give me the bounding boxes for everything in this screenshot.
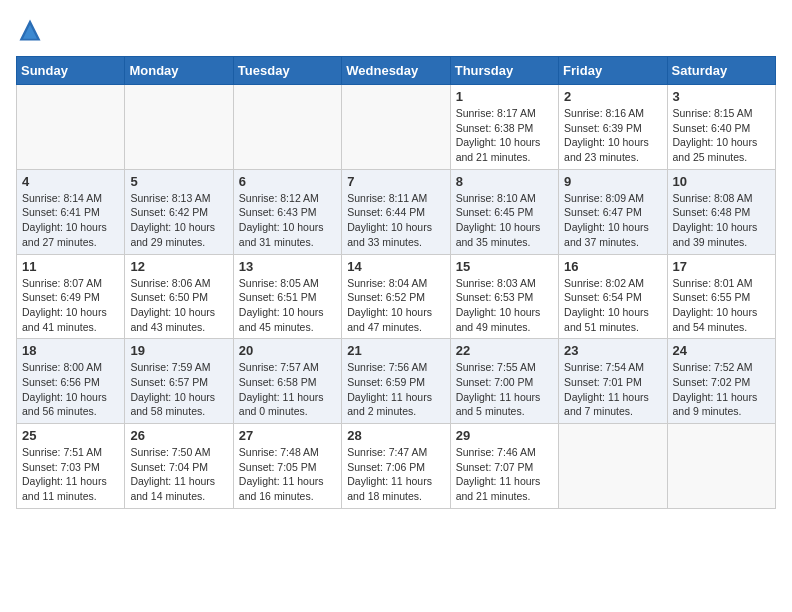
day-info: Sunrise: 8:16 AM Sunset: 6:39 PM Dayligh… — [564, 106, 661, 165]
day-info: Sunrise: 7:59 AM Sunset: 6:57 PM Dayligh… — [130, 360, 227, 419]
day-number: 24 — [673, 343, 770, 358]
day-number: 22 — [456, 343, 553, 358]
day-number: 28 — [347, 428, 444, 443]
day-info: Sunrise: 7:55 AM Sunset: 7:00 PM Dayligh… — [456, 360, 553, 419]
calendar-day-19: 19Sunrise: 7:59 AM Sunset: 6:57 PM Dayli… — [125, 339, 233, 424]
day-info: Sunrise: 8:09 AM Sunset: 6:47 PM Dayligh… — [564, 191, 661, 250]
calendar-empty-cell — [17, 85, 125, 170]
day-number: 9 — [564, 174, 661, 189]
calendar-week-row: 4Sunrise: 8:14 AM Sunset: 6:41 PM Daylig… — [17, 169, 776, 254]
day-info: Sunrise: 7:50 AM Sunset: 7:04 PM Dayligh… — [130, 445, 227, 504]
weekday-header-sunday: Sunday — [17, 57, 125, 85]
calendar-empty-cell — [233, 85, 341, 170]
calendar-day-27: 27Sunrise: 7:48 AM Sunset: 7:05 PM Dayli… — [233, 424, 341, 509]
calendar-day-25: 25Sunrise: 7:51 AM Sunset: 7:03 PM Dayli… — [17, 424, 125, 509]
day-number: 29 — [456, 428, 553, 443]
day-info: Sunrise: 7:52 AM Sunset: 7:02 PM Dayligh… — [673, 360, 770, 419]
weekday-header-monday: Monday — [125, 57, 233, 85]
calendar-day-20: 20Sunrise: 7:57 AM Sunset: 6:58 PM Dayli… — [233, 339, 341, 424]
calendar-empty-cell — [125, 85, 233, 170]
day-number: 20 — [239, 343, 336, 358]
day-number: 13 — [239, 259, 336, 274]
day-info: Sunrise: 8:00 AM Sunset: 6:56 PM Dayligh… — [22, 360, 119, 419]
day-number: 6 — [239, 174, 336, 189]
calendar-day-11: 11Sunrise: 8:07 AM Sunset: 6:49 PM Dayli… — [17, 254, 125, 339]
logo — [16, 16, 48, 44]
day-number: 12 — [130, 259, 227, 274]
day-number: 1 — [456, 89, 553, 104]
day-info: Sunrise: 8:12 AM Sunset: 6:43 PM Dayligh… — [239, 191, 336, 250]
day-info: Sunrise: 8:05 AM Sunset: 6:51 PM Dayligh… — [239, 276, 336, 335]
calendar-day-29: 29Sunrise: 7:46 AM Sunset: 7:07 PM Dayli… — [450, 424, 558, 509]
day-info: Sunrise: 8:08 AM Sunset: 6:48 PM Dayligh… — [673, 191, 770, 250]
day-number: 11 — [22, 259, 119, 274]
weekday-header-tuesday: Tuesday — [233, 57, 341, 85]
calendar-empty-cell — [559, 424, 667, 509]
day-number: 15 — [456, 259, 553, 274]
day-number: 14 — [347, 259, 444, 274]
calendar-day-23: 23Sunrise: 7:54 AM Sunset: 7:01 PM Dayli… — [559, 339, 667, 424]
day-info: Sunrise: 8:03 AM Sunset: 6:53 PM Dayligh… — [456, 276, 553, 335]
day-info: Sunrise: 7:56 AM Sunset: 6:59 PM Dayligh… — [347, 360, 444, 419]
day-info: Sunrise: 8:14 AM Sunset: 6:41 PM Dayligh… — [22, 191, 119, 250]
day-number: 16 — [564, 259, 661, 274]
day-info: Sunrise: 7:47 AM Sunset: 7:06 PM Dayligh… — [347, 445, 444, 504]
weekday-header-friday: Friday — [559, 57, 667, 85]
day-info: Sunrise: 8:13 AM Sunset: 6:42 PM Dayligh… — [130, 191, 227, 250]
calendar-empty-cell — [342, 85, 450, 170]
day-info: Sunrise: 7:46 AM Sunset: 7:07 PM Dayligh… — [456, 445, 553, 504]
calendar-day-8: 8Sunrise: 8:10 AM Sunset: 6:45 PM Daylig… — [450, 169, 558, 254]
logo-icon — [16, 16, 44, 44]
calendar-empty-cell — [667, 424, 775, 509]
day-info: Sunrise: 8:10 AM Sunset: 6:45 PM Dayligh… — [456, 191, 553, 250]
day-number: 5 — [130, 174, 227, 189]
calendar-day-1: 1Sunrise: 8:17 AM Sunset: 6:38 PM Daylig… — [450, 85, 558, 170]
calendar-week-row: 11Sunrise: 8:07 AM Sunset: 6:49 PM Dayli… — [17, 254, 776, 339]
day-number: 19 — [130, 343, 227, 358]
day-info: Sunrise: 8:02 AM Sunset: 6:54 PM Dayligh… — [564, 276, 661, 335]
day-number: 17 — [673, 259, 770, 274]
day-info: Sunrise: 8:04 AM Sunset: 6:52 PM Dayligh… — [347, 276, 444, 335]
calendar-day-6: 6Sunrise: 8:12 AM Sunset: 6:43 PM Daylig… — [233, 169, 341, 254]
day-number: 25 — [22, 428, 119, 443]
calendar-table: SundayMondayTuesdayWednesdayThursdayFrid… — [16, 56, 776, 509]
calendar-day-15: 15Sunrise: 8:03 AM Sunset: 6:53 PM Dayli… — [450, 254, 558, 339]
calendar-day-18: 18Sunrise: 8:00 AM Sunset: 6:56 PM Dayli… — [17, 339, 125, 424]
calendar-day-9: 9Sunrise: 8:09 AM Sunset: 6:47 PM Daylig… — [559, 169, 667, 254]
day-number: 26 — [130, 428, 227, 443]
page-header — [16, 16, 776, 44]
calendar-day-16: 16Sunrise: 8:02 AM Sunset: 6:54 PM Dayli… — [559, 254, 667, 339]
calendar-day-26: 26Sunrise: 7:50 AM Sunset: 7:04 PM Dayli… — [125, 424, 233, 509]
calendar-day-14: 14Sunrise: 8:04 AM Sunset: 6:52 PM Dayli… — [342, 254, 450, 339]
calendar-day-28: 28Sunrise: 7:47 AM Sunset: 7:06 PM Dayli… — [342, 424, 450, 509]
calendar-day-4: 4Sunrise: 8:14 AM Sunset: 6:41 PM Daylig… — [17, 169, 125, 254]
day-info: Sunrise: 8:15 AM Sunset: 6:40 PM Dayligh… — [673, 106, 770, 165]
calendar-day-5: 5Sunrise: 8:13 AM Sunset: 6:42 PM Daylig… — [125, 169, 233, 254]
weekday-header-saturday: Saturday — [667, 57, 775, 85]
day-number: 27 — [239, 428, 336, 443]
calendar-day-17: 17Sunrise: 8:01 AM Sunset: 6:55 PM Dayli… — [667, 254, 775, 339]
day-number: 23 — [564, 343, 661, 358]
day-number: 10 — [673, 174, 770, 189]
calendar-week-row: 25Sunrise: 7:51 AM Sunset: 7:03 PM Dayli… — [17, 424, 776, 509]
day-info: Sunrise: 7:48 AM Sunset: 7:05 PM Dayligh… — [239, 445, 336, 504]
day-number: 7 — [347, 174, 444, 189]
calendar-day-7: 7Sunrise: 8:11 AM Sunset: 6:44 PM Daylig… — [342, 169, 450, 254]
day-info: Sunrise: 7:57 AM Sunset: 6:58 PM Dayligh… — [239, 360, 336, 419]
calendar-week-row: 1Sunrise: 8:17 AM Sunset: 6:38 PM Daylig… — [17, 85, 776, 170]
weekday-header-thursday: Thursday — [450, 57, 558, 85]
day-number: 21 — [347, 343, 444, 358]
calendar-day-3: 3Sunrise: 8:15 AM Sunset: 6:40 PM Daylig… — [667, 85, 775, 170]
weekday-header-wednesday: Wednesday — [342, 57, 450, 85]
day-number: 18 — [22, 343, 119, 358]
day-number: 2 — [564, 89, 661, 104]
day-info: Sunrise: 8:06 AM Sunset: 6:50 PM Dayligh… — [130, 276, 227, 335]
day-number: 8 — [456, 174, 553, 189]
weekday-header-row: SundayMondayTuesdayWednesdayThursdayFrid… — [17, 57, 776, 85]
calendar-day-21: 21Sunrise: 7:56 AM Sunset: 6:59 PM Dayli… — [342, 339, 450, 424]
day-info: Sunrise: 8:17 AM Sunset: 6:38 PM Dayligh… — [456, 106, 553, 165]
calendar-day-10: 10Sunrise: 8:08 AM Sunset: 6:48 PM Dayli… — [667, 169, 775, 254]
calendar-day-22: 22Sunrise: 7:55 AM Sunset: 7:00 PM Dayli… — [450, 339, 558, 424]
day-info: Sunrise: 7:51 AM Sunset: 7:03 PM Dayligh… — [22, 445, 119, 504]
day-info: Sunrise: 8:11 AM Sunset: 6:44 PM Dayligh… — [347, 191, 444, 250]
